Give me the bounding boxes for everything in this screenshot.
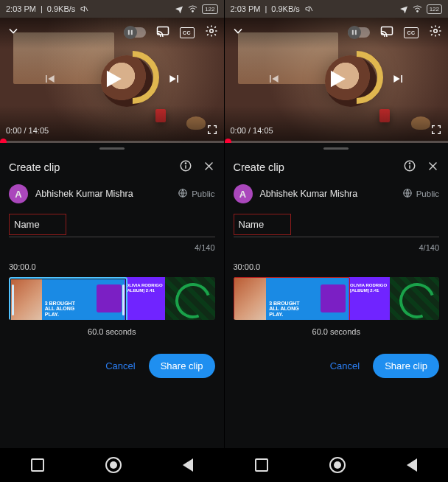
clip-name-input[interactable]: Name [9, 214, 215, 237]
close-icon[interactable] [203, 160, 215, 175]
status-time: 2:03 PM [231, 4, 261, 13]
captions-button[interactable]: CC [180, 27, 195, 38]
android-nav-bar [0, 448, 224, 482]
nav-recents-button[interactable] [255, 458, 268, 472]
visibility-selector[interactable]: Public [402, 188, 439, 200]
side-by-side-frame: 2:03 PM | 0.9KB/s 122 [0, 0, 448, 482]
clip-duration: 60.0 seconds [234, 327, 440, 336]
airplane-icon [175, 4, 183, 13]
clip-start-time: 30:00.0 [234, 262, 440, 271]
close-icon[interactable] [427, 160, 439, 175]
nav-back-button[interactable] [407, 458, 417, 472]
mute-icon [80, 4, 88, 13]
video-player[interactable]: CC 0:00 / 14:05 [225, 18, 449, 143]
autoplay-toggle[interactable] [348, 27, 370, 38]
collapse-player-button[interactable] [6, 24, 21, 41]
status-bar: 2:03 PM | 0.9KB/s 122 [0, 0, 224, 18]
progress-bar[interactable] [225, 141, 449, 143]
globe-icon [178, 188, 188, 200]
avatar: A [234, 184, 253, 203]
progress-thumb[interactable] [0, 139, 7, 143]
phone-screenshot-left: 2:03 PM | 0.9KB/s 122 [0, 0, 225, 482]
visibility-selector[interactable]: Public [178, 188, 214, 200]
share-clip-button[interactable]: Share clip [373, 354, 439, 378]
player-timecode: 0:00 / 14:05 [6, 126, 49, 135]
next-button[interactable] [391, 71, 406, 89]
nav-home-button[interactable] [105, 457, 122, 473]
create-clip-sheet: Create clip A Abhishek Kumar Mishra [0, 153, 224, 448]
share-clip-button[interactable]: Share clip [149, 354, 215, 378]
svg-point-5 [209, 29, 213, 33]
user-row: A Abhishek Kumar Mishra Public [9, 184, 215, 203]
status-net-speed: 0.9KB/s [271, 4, 300, 13]
captions-button[interactable]: CC [404, 27, 419, 38]
svg-rect-15 [355, 30, 357, 35]
info-icon[interactable] [403, 159, 416, 175]
nav-back-button[interactable] [183, 458, 193, 472]
wifi-icon [188, 5, 197, 13]
autoplay-toggle[interactable] [124, 27, 146, 38]
svg-line-0 [85, 7, 88, 11]
create-clip-sheet: Create clip A Abhishek Kumar Mishra [225, 153, 449, 448]
clip-name-input[interactable]: Name [234, 214, 440, 237]
battery-icon: 122 [427, 4, 442, 14]
status-time: 2:03 PM [6, 4, 36, 13]
fullscreen-button[interactable] [206, 124, 218, 137]
cast-icon[interactable] [156, 26, 169, 40]
video-player[interactable]: CC 0:00 / 14:05 [0, 18, 224, 143]
sheet-drag-handle[interactable] [225, 143, 449, 153]
progress-bar[interactable] [0, 141, 224, 143]
previous-button[interactable] [266, 71, 281, 89]
collapse-player-button[interactable] [231, 24, 245, 41]
globe-icon [402, 188, 413, 200]
mute-icon [304, 4, 313, 13]
info-icon[interactable] [179, 159, 192, 175]
settings-gear-icon[interactable] [205, 24, 218, 41]
settings-gear-icon[interactable] [429, 24, 442, 41]
status-net-speed: 0.9KB/s [47, 4, 76, 13]
play-button[interactable] [99, 66, 125, 94]
nav-home-button[interactable] [329, 457, 346, 473]
airplane-icon [399, 4, 408, 13]
progress-thumb[interactable] [225, 139, 231, 143]
svg-point-17 [434, 29, 438, 33]
svg-rect-2 [127, 30, 129, 35]
user-row: A Abhishek Kumar Mishra Public [234, 184, 440, 203]
wifi-icon [413, 5, 422, 13]
player-bottom-bar: 0:00 / 14:05 [231, 124, 443, 137]
cancel-button[interactable]: Cancel [330, 360, 360, 371]
user-name: Abhishek Kumar Mishra [260, 189, 395, 199]
next-button[interactable] [167, 71, 182, 89]
android-nav-bar [225, 448, 449, 482]
clip-timeline[interactable]: 3 BROUGHT ALL ALONG PLAY. OLIVIA RODRIGO… [234, 277, 440, 320]
svg-point-13 [416, 10, 418, 12]
nav-recents-button[interactable] [31, 458, 44, 472]
char-count: 4/140 [9, 243, 215, 252]
player-mid-controls [0, 66, 224, 94]
player-top-controls: CC [231, 24, 443, 41]
player-bottom-bar: 0:00 / 14:05 [6, 124, 218, 137]
user-name: Abhishek Kumar Mishra [35, 189, 170, 199]
avatar: A [9, 184, 28, 203]
svg-rect-14 [352, 30, 354, 35]
svg-line-12 [310, 7, 312, 11]
phone-screenshot-right: 2:03 PM | 0.9KB/s 122 [225, 0, 449, 482]
sheet-title: Create clip [234, 161, 284, 173]
sheet-title: Create clip [9, 161, 60, 173]
cancel-button[interactable]: Cancel [105, 360, 135, 371]
char-count: 4/140 [234, 243, 440, 252]
fullscreen-button[interactable] [430, 124, 442, 137]
battery-icon: 122 [202, 4, 217, 14]
svg-point-1 [192, 10, 194, 12]
status-bar: 2:03 PM | 0.9KB/s 122 [225, 0, 449, 18]
play-button[interactable] [323, 66, 349, 94]
cast-icon[interactable] [380, 26, 393, 40]
player-top-controls: CC [6, 24, 218, 41]
player-timecode: 0:00 / 14:05 [231, 126, 273, 135]
svg-point-8 [185, 163, 186, 164]
previous-button[interactable] [42, 71, 57, 89]
sheet-drag-handle[interactable] [0, 143, 224, 153]
player-mid-controls [225, 66, 449, 94]
clip-start-time: 30:00.0 [9, 262, 215, 271]
clip-timeline[interactable]: 3 BROUGHT ALL ALONG PLAY. OLIVIA RODRIGO… [9, 277, 215, 320]
